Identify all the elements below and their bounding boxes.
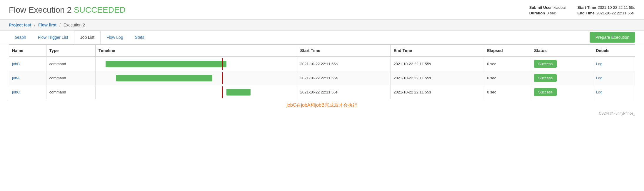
duration-value: 0 sec (547, 11, 556, 15)
breadcrumb-project-link[interactable]: Project test (9, 23, 32, 27)
end-time-value: 2021-10-22 22:11 55s (596, 11, 634, 15)
timeline-bar (106, 61, 226, 67)
job-elapsed-cell: 0 sec (484, 85, 531, 99)
duration-row: Duration 0 sec (529, 11, 566, 15)
job-list-table-section: Name Type Timeline Start Time End Time E… (0, 44, 644, 99)
job-log-link[interactable]: Log (596, 62, 603, 66)
job-log-link[interactable]: Log (596, 76, 603, 80)
timeline-bar (226, 89, 251, 96)
col-timeline: Timeline (96, 45, 297, 57)
job-name-link[interactable]: jobC (12, 90, 20, 94)
col-type: Type (46, 45, 95, 57)
job-elapsed-cell: 0 sec (484, 57, 531, 71)
tab-job-list[interactable]: Job List (74, 31, 101, 44)
breadcrumb-flow-name: first (49, 23, 56, 27)
tabs-row: Graph Flow Trigger List Job List Flow Lo… (0, 31, 644, 44)
header-meta: Submit User xiaobai Duration 0 sec Start… (529, 5, 635, 15)
meta-right: Start Time 2021-10-22 22:11 55s End Time… (577, 5, 635, 15)
col-end-time: End Time (391, 45, 484, 57)
execution-title: Flow Execution 2 SUCCEEDED (9, 5, 126, 15)
submit-user-row: Submit User xiaobai (529, 5, 566, 10)
submit-value: xiaobai (553, 5, 565, 10)
job-start-time-cell: 2021-10-22 22:11 55s (297, 57, 391, 71)
breadcrumb: Project test / Flow first / Execution 2 (0, 20, 644, 31)
tab-flow-log[interactable]: Flow Log (101, 31, 129, 44)
breadcrumb-project-name: test (24, 23, 31, 27)
timeline-redline (222, 58, 223, 70)
timeline-bar (116, 75, 213, 81)
footer-brand: CSDN @FunnyPrince_ (0, 110, 644, 117)
start-time-label: Start Time (577, 5, 596, 10)
breadcrumb-project-label: Project (9, 23, 23, 27)
job-status-button[interactable]: Success (534, 88, 557, 96)
job-name-link[interactable]: jobB (12, 62, 20, 66)
tab-graph[interactable]: Graph (9, 31, 32, 44)
breadcrumb-execution: Execution 2 (64, 23, 85, 27)
job-status-cell: Success (531, 71, 593, 85)
job-timeline-cell (96, 57, 297, 71)
tab-flow-trigger-list[interactable]: Flow Trigger List (32, 31, 74, 44)
job-status-cell: Success (531, 57, 593, 71)
job-list-table: Name Type Timeline Start Time End Time E… (9, 44, 635, 99)
prepare-execution-button[interactable]: Prepare Execution (590, 32, 635, 43)
breadcrumb-flow-label: Flow (38, 23, 48, 27)
col-start-time: Start Time (297, 45, 391, 57)
timeline-redline (222, 86, 223, 98)
execution-status: SUCCEEDED (74, 5, 126, 14)
job-timeline-cell (96, 85, 297, 99)
job-details-cell: Log (593, 71, 635, 85)
job-status-button[interactable]: Success (534, 74, 557, 82)
table-row: jobCcommand2021-10-22 22:11 55s2021-10-2… (9, 85, 635, 99)
table-row: jobBcommand2021-10-22 22:11 55s2021-10-2… (9, 57, 635, 71)
col-details: Details (593, 45, 635, 57)
job-name-cell: jobC (9, 85, 46, 99)
submit-label: Submit User (529, 5, 552, 10)
breadcrumb-flow-link[interactable]: Flow first (38, 23, 58, 27)
end-time-row: End Time 2021-10-22 22:11 55s (577, 11, 635, 15)
exec-number: 2 (67, 5, 74, 14)
job-type-cell: command (46, 57, 95, 71)
footer-note: jobC在jobA和jobB完成后才会执行 (0, 99, 644, 110)
job-end-time-cell: 2021-10-22 22:11 55s (391, 71, 484, 85)
breadcrumb-sep-2: / (59, 23, 62, 27)
job-status-cell: Success (531, 85, 593, 99)
job-elapsed-cell: 0 sec (484, 71, 531, 85)
tab-list: Graph Flow Trigger List Job List Flow Lo… (9, 31, 150, 44)
title-prefix: Flow Execution (9, 5, 65, 14)
start-time-value: 2021-10-22 22:11 55s (598, 5, 635, 10)
job-end-time-cell: 2021-10-22 22:11 55s (391, 85, 484, 99)
job-end-time-cell: 2021-10-22 22:11 55s (391, 57, 484, 71)
job-log-link[interactable]: Log (596, 90, 603, 94)
col-elapsed: Elapsed (484, 45, 531, 57)
start-time-row: Start Time 2021-10-22 22:11 55s (577, 5, 635, 10)
table-header-row: Name Type Timeline Start Time End Time E… (9, 45, 635, 57)
duration-label: Duration (529, 11, 545, 15)
job-start-time-cell: 2021-10-22 22:11 55s (297, 85, 391, 99)
job-start-time-cell: 2021-10-22 22:11 55s (297, 71, 391, 85)
job-name-cell: jobB (9, 57, 46, 71)
job-type-cell: command (46, 85, 95, 99)
job-name-link[interactable]: jobA (12, 76, 20, 80)
job-name-cell: jobA (9, 71, 46, 85)
page-header: Flow Execution 2 SUCCEEDED Submit User x… (0, 0, 644, 20)
job-details-cell: Log (593, 57, 635, 71)
job-status-button[interactable]: Success (534, 60, 557, 68)
end-time-label: End Time (577, 11, 594, 15)
timeline-redline (222, 72, 223, 84)
tab-stats[interactable]: Stats (129, 31, 150, 44)
breadcrumb-sep-1: / (34, 23, 36, 27)
job-details-cell: Log (593, 85, 635, 99)
meta-left: Submit User xiaobai Duration 0 sec (529, 5, 566, 15)
table-row: jobAcommand2021-10-22 22:11 55s2021-10-2… (9, 71, 635, 85)
col-status: Status (531, 45, 593, 57)
col-name: Name (9, 45, 46, 57)
job-timeline-cell (96, 71, 297, 85)
job-type-cell: command (46, 71, 95, 85)
